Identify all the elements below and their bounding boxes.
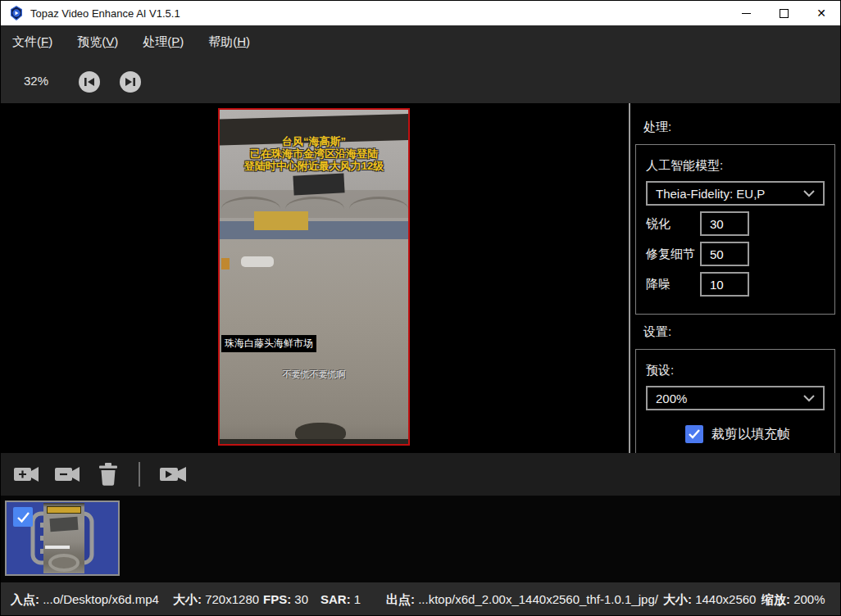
menu-bar: 文件(F) 预览(V) 处理(P) 帮助(H)	[1, 25, 840, 58]
video-location-label: 珠海白藤头海鲜市场	[221, 335, 316, 352]
remove-video-button[interactable]	[55, 465, 81, 487]
skip-start-icon	[84, 77, 95, 87]
processing-header: 处理:	[643, 120, 671, 135]
skip-end-icon	[125, 77, 136, 87]
status-output-path: 出点: ...ktop/x6d_2.00x_1440x2560_thf-1.0.…	[386, 592, 658, 608]
video-blue-band	[220, 221, 408, 239]
video-preview[interactable]: 台风“海高斯” 已在珠海市金湾区沿海登陆 登陆时中心附近最大风力12级 珠海白藤…	[218, 108, 410, 446]
menu-help[interactable]: 帮助(H)	[208, 34, 250, 50]
chevron-down-icon	[803, 190, 815, 197]
denoise-input[interactable]: 10	[700, 272, 749, 297]
clip-toolbar	[1, 453, 840, 496]
checkbox-check-icon	[688, 428, 701, 440]
close-icon: ✕	[816, 7, 826, 19]
video-dark-object	[293, 173, 344, 195]
clip-list	[1, 496, 840, 582]
toolbar-divider	[139, 462, 140, 487]
status-output-size: 大小: 1440x2560	[663, 592, 756, 608]
denoise-row: 降噪 10	[646, 272, 825, 297]
bridge-arch	[349, 197, 408, 221]
sharpen-row: 锐化 30	[646, 211, 825, 236]
minimize-icon	[742, 13, 751, 14]
status-input-size: 大小: 720x1280	[173, 592, 259, 608]
crop-to-fill-label: 裁剪以填充帧	[711, 426, 790, 443]
close-button[interactable]: ✕	[802, 1, 840, 25]
crop-to-fill-checkbox[interactable]	[685, 425, 703, 443]
maximize-icon	[780, 9, 789, 18]
menu-process[interactable]: 处理(P)	[143, 34, 184, 50]
menu-preview[interactable]: 预览(V)	[77, 34, 118, 50]
add-video-button[interactable]	[14, 465, 40, 487]
preset-group: 预设: 200% 裁剪以填充帧	[635, 349, 835, 453]
app-window: Topaz Video Enhance AI V1.5.1 ✕ 文件(F) 预览…	[0, 0, 841, 616]
zoom-level: 32%	[24, 74, 48, 88]
add-video-icon	[14, 465, 40, 483]
mini-debris	[48, 554, 80, 572]
model-group: 人工智能模型: Theia-Fidelity: EU,P 锐化 30 修复细节 …	[635, 144, 835, 315]
status-fps: FPS: 30	[263, 592, 308, 606]
clip-thumbnail-image	[43, 503, 84, 573]
app-logo-icon	[9, 6, 24, 20]
video-flooded-car	[241, 256, 274, 267]
minimize-button[interactable]	[727, 1, 765, 25]
video-orange-object	[221, 258, 230, 270]
mini-dark-object	[49, 517, 78, 532]
trash-icon	[98, 463, 118, 486]
checkbox-check-icon	[16, 511, 30, 523]
video-yellow-sign	[254, 211, 308, 230]
mini-headline	[47, 506, 81, 514]
process-video-icon	[160, 465, 188, 483]
settings-header: 设置:	[643, 324, 671, 340]
preset-dropdown[interactable]: 200%	[646, 386, 825, 410]
restore-detail-input[interactable]: 50	[700, 242, 749, 266]
sharpen-label: 锐化	[646, 216, 700, 232]
remove-video-icon	[55, 465, 81, 483]
main-area: 台风“海高斯” 已在珠海市金湾区沿海登陆 登陆时中心附近最大风力12级 珠海白藤…	[1, 103, 840, 453]
window-title: Topaz Video Enhance AI V1.5.1	[30, 7, 180, 20]
model-dropdown[interactable]: Theia-Fidelity: EU,P	[646, 181, 825, 206]
delete-button[interactable]	[98, 463, 118, 489]
mini-label	[45, 546, 70, 549]
clip-checkbox[interactable]	[13, 507, 33, 527]
sharpen-input[interactable]: 30	[700, 211, 749, 236]
chevron-down-icon	[803, 395, 815, 402]
process-video-button[interactable]	[160, 465, 188, 487]
status-scale: 缩放: 200%	[761, 592, 825, 608]
model-label: 人工智能模型:	[646, 158, 825, 174]
title-bar: Topaz Video Enhance AI V1.5.1 ✕	[1, 1, 840, 25]
video-bottom-strip	[220, 439, 408, 444]
restore-detail-row: 修复细节 50	[646, 242, 825, 266]
status-bar: 入点: ...o/Desktop/x6d.mp4 大小: 720x1280 FP…	[1, 582, 840, 616]
restore-detail-label: 修复细节	[646, 247, 700, 262]
settings-panel: 处理: 人工智能模型: Theia-Fidelity: EU,P 锐化 30 修…	[630, 103, 840, 453]
crop-to-fill-row: 裁剪以填充帧	[685, 425, 825, 443]
status-sar: SAR: 1	[320, 592, 361, 606]
maximize-button[interactable]	[765, 1, 802, 25]
video-caption: 不要慌不要慌啊	[220, 369, 408, 381]
clip-thumbnail-selected[interactable]	[5, 500, 120, 576]
menu-file[interactable]: 文件(F)	[12, 34, 52, 50]
preset-label: 预设:	[646, 363, 825, 378]
status-input-file: 入点: ...o/Desktop/x6d.mp4	[11, 592, 159, 608]
playback-toolbar: 32% 231 / 357 [ 0 : 357 ]	[1, 58, 840, 103]
denoise-label: 降噪	[646, 277, 700, 292]
skip-start-button[interactable]	[79, 71, 100, 93]
skip-end-button[interactable]	[120, 71, 141, 93]
video-headline: 台风“海高斯” 已在珠海市金湾区沿海登陆 登陆时中心附近最大风力12级	[220, 135, 408, 172]
